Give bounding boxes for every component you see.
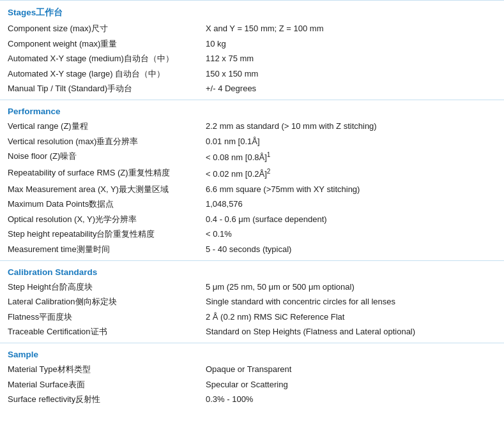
spec-label-sample-0: Material Type材料类型 [0, 362, 198, 377]
spec-value-performance-6: 0.4 - 0.6 μm (surface dependent) [198, 212, 504, 227]
spec-value-calibration-2: 2 Å (0.2 nm) RMS SiC Reference Flat [198, 309, 504, 325]
spec-label-performance-8: Measurement time测量时间 [0, 242, 198, 257]
spec-label-stages-4: Manual Tip / Tilt (Standard)手动台 [0, 81, 198, 96]
spec-value-stages-4: +/- 4 Degrees [198, 81, 504, 96]
spec-value-sample-2: 0.3% - 100% [198, 392, 504, 407]
spec-label-calibration-3: Traceable Certification证书 [0, 324, 198, 339]
spec-value-performance-1: 0.01 nm [0.1Å] [198, 134, 504, 149]
spec-label-stages-2: Automated X-Y stage (medium)自动台（中） [0, 51, 198, 66]
spec-value-performance-0: 2.2 mm as standard (> 10 mm with Z stitc… [198, 119, 504, 134]
spec-row-performance-8: Measurement time测量时间5 - 40 seconds (typi… [0, 242, 504, 257]
spec-label-performance-3: Repeatability of surface RMS (Z)重复性精度 [0, 165, 198, 182]
spec-label-performance-2: Noise floor (Z)噪音 [0, 149, 198, 165]
section-header-stages: Stages工作台 [0, 1, 504, 22]
section-title-performance: Performance [0, 100, 504, 119]
spec-value-performance-7: < 0.1% [198, 227, 504, 242]
spec-row-stages-0: Component size (max)尺寸X and Y = 150 mm; … [0, 21, 504, 36]
spec-row-stages-2: Automated X-Y stage (medium)自动台（中）112 x … [0, 51, 504, 66]
spec-label-stages-1: Component weight (max)重量 [0, 36, 198, 52]
specs-table: Stages工作台Component size (max)尺寸X and Y =… [0, 0, 504, 407]
section-header-calibration: Calibration Standards [0, 260, 504, 279]
spec-value-performance-3: < 0.02 nm [0.2Å]2 [198, 165, 504, 182]
spec-row-stages-3: Automated X-Y stage (large) 自动台（中）150 x … [0, 66, 504, 82]
spec-value-sample-0: Opaque or Transparent [198, 362, 504, 377]
spec-row-sample-1: Material Surface表面Specular or Scattering [0, 377, 504, 392]
spec-row-calibration-2: Flatness平面度块2 Å (0.2 nm) RMS SiC Referen… [0, 309, 504, 325]
spec-value-stages-3: 150 x 150 mm [198, 66, 504, 82]
spec-label-performance-4: Max Measurement area (X, Y)最大测量区域 [0, 182, 198, 197]
spec-label-sample-1: Material Surface表面 [0, 377, 198, 392]
spec-label-performance-7: Step height repeatability台阶重复性精度 [0, 227, 198, 242]
spec-row-performance-5: Maximum Data Points数据点1,048,576 [0, 197, 504, 212]
spec-row-performance-6: Optical resolution (X, Y)光学分辨率0.4 - 0.6 … [0, 212, 504, 227]
section-title-stages: Stages工作台 [0, 1, 504, 22]
spec-value-calibration-3: Standard on Step Heights (Flatness and L… [198, 324, 504, 339]
spec-row-stages-1: Component weight (max)重量10 kg [0, 36, 504, 52]
spec-label-performance-5: Maximum Data Points数据点 [0, 197, 198, 212]
section-header-performance: Performance [0, 100, 504, 119]
section-title-calibration: Calibration Standards [0, 260, 504, 279]
spec-label-performance-1: Vertical resolution (max)垂直分辨率 [0, 134, 198, 149]
spec-label-performance-0: Vertical range (Z)量程 [0, 119, 198, 134]
spec-row-calibration-1: Lateral Calibration侧向标定块Single standard … [0, 294, 504, 309]
spec-value-calibration-1: Single standard with concentric circles … [198, 294, 504, 309]
spec-row-sample-2: Surface reflectivity反射性0.3% - 100% [0, 392, 504, 407]
spec-label-calibration-0: Step Height台阶高度块 [0, 279, 198, 295]
spec-row-calibration-3: Traceable Certification证书Standard on Ste… [0, 324, 504, 339]
spec-value-performance-2: < 0.08 nm [0.8Å]1 [198, 149, 504, 165]
spec-value-performance-8: 5 - 40 seconds (typical) [198, 242, 504, 257]
spec-row-stages-4: Manual Tip / Tilt (Standard)手动台+/- 4 Deg… [0, 81, 504, 96]
spec-value-performance-5: 1,048,576 [198, 197, 504, 212]
spec-row-performance-7: Step height repeatability台阶重复性精度< 0.1% [0, 227, 504, 242]
spec-value-stages-1: 10 kg [198, 36, 504, 52]
spec-label-performance-6: Optical resolution (X, Y)光学分辨率 [0, 212, 198, 227]
spec-value-stages-0: X and Y = 150 mm; Z = 100 mm [198, 21, 504, 36]
spec-label-stages-3: Automated X-Y stage (large) 自动台（中） [0, 66, 198, 82]
spec-value-stages-2: 112 x 75 mm [198, 51, 504, 66]
spec-label-stages-0: Component size (max)尺寸 [0, 21, 198, 36]
spec-row-performance-0: Vertical range (Z)量程2.2 mm as standard (… [0, 119, 504, 134]
spec-label-sample-2: Surface reflectivity反射性 [0, 392, 198, 407]
spec-row-performance-2: Noise floor (Z)噪音< 0.08 nm [0.8Å]1 [0, 149, 504, 165]
section-header-sample: Sample [0, 343, 504, 362]
spec-row-performance-1: Vertical resolution (max)垂直分辨率0.01 nm [0… [0, 134, 504, 149]
spec-value-performance-4: 6.6 mm square (>75mm with XY stitching) [198, 182, 504, 197]
spec-row-performance-4: Max Measurement area (X, Y)最大测量区域6.6 mm … [0, 182, 504, 197]
spec-label-calibration-2: Flatness平面度块 [0, 309, 198, 325]
spec-row-performance-3: Repeatability of surface RMS (Z)重复性精度< 0… [0, 165, 504, 182]
spec-label-calibration-1: Lateral Calibration侧向标定块 [0, 294, 198, 309]
spec-row-sample-0: Material Type材料类型Opaque or Transparent [0, 362, 504, 377]
spec-value-calibration-0: 5 μm (25 nm, 50 μm or 500 μm optional) [198, 279, 504, 295]
spec-value-sample-1: Specular or Scattering [198, 377, 504, 392]
spec-row-calibration-0: Step Height台阶高度块5 μm (25 nm, 50 μm or 50… [0, 279, 504, 295]
section-title-sample: Sample [0, 343, 504, 362]
spec-sup-performance-3: 2 [267, 168, 271, 175]
spec-sup-performance-2: 1 [267, 151, 271, 158]
